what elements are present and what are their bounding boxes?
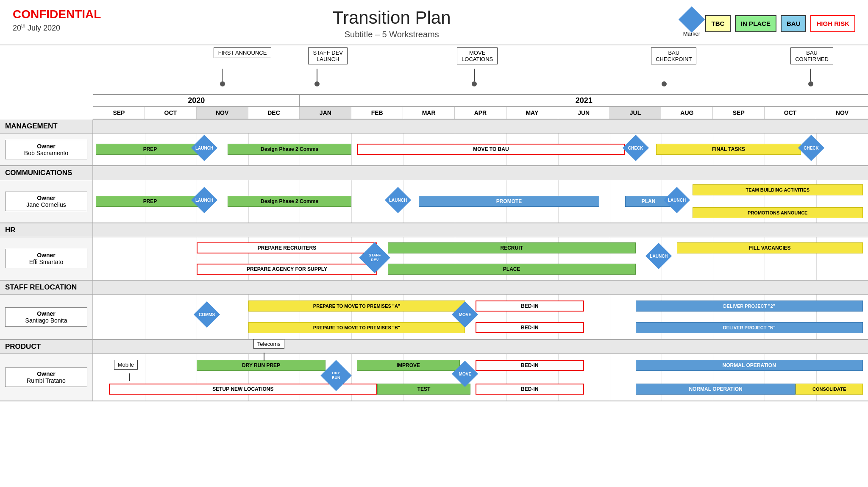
mgmt-check-diamond-1: CHECK: [626, 139, 645, 157]
month-jun2021: JUN: [558, 107, 610, 119]
management-section-header: MANAGEMENT: [0, 120, 868, 134]
comms-launch1-diamond: LAUNCH: [195, 191, 214, 209]
milestone-dot-2: [314, 81, 320, 86]
milestone-dot-4: [662, 81, 667, 86]
milestone-line-4: [664, 69, 665, 81]
staffrel-row: Owner Santiago Bonita P: [0, 295, 868, 340]
management-row: Owner Bob Sacramento: [0, 134, 868, 166]
staffrel-delivern-bar: DELIVER PROJECT "N": [636, 322, 863, 333]
comms-launch1-label: LAUNCH: [195, 198, 213, 203]
comms-owner-box: Owner Jane Cornelius: [5, 192, 87, 211]
comms-owner-col: Owner Jane Cornelius: [0, 180, 93, 223]
hr-fill-vacancies-bar: FILL VACANCIES: [677, 242, 863, 253]
staffrel-premisesa-bar: PREPARE TO MOVE TO PREMISES "A": [248, 301, 465, 312]
staffrel-comms-label: COMMS: [199, 312, 215, 317]
month-jul2021: JUL: [610, 107, 662, 119]
hr-owner-box: Owner Effi Smartato: [5, 249, 87, 268]
telecoms-line: [264, 353, 264, 361]
management-title: MANAGEMENT: [0, 120, 93, 133]
staffrel-bedin2-bar: BED-IN: [476, 322, 584, 333]
hr-title: HR: [0, 223, 93, 237]
comms-gantt: PREP Design Phase 2 Comms PROMOTE PLAN T…: [93, 180, 868, 223]
staffrel-gantt: PREPARE TO MOVE TO PREMISES "A" BED-IN D…: [93, 295, 868, 339]
staffrel-deliver2-bar: DELIVER PROJECT "2": [636, 301, 863, 312]
month-nov2021: NOV: [816, 107, 868, 119]
comms-prep-bar: PREP: [96, 196, 204, 207]
hr-prepare-agency-bar: PREPARE AGENCY FOR SUPPLY: [197, 264, 378, 275]
legend-highrisk: HIGH RISK: [810, 15, 855, 32]
month-aug2021: AUG: [661, 107, 713, 119]
hr-recruit-bar: RECRUIT: [388, 242, 636, 253]
confidential-label: CONFIDENTIAL: [13, 8, 101, 21]
header-center: Transition Plan Subtitle – 5 Workstreams: [333, 8, 451, 39]
staffrel-move-diamond: MOVE: [456, 305, 474, 324]
mgmt-move-to-bau-bar: MOVE TO BAU: [357, 144, 626, 155]
management-section-spacer: [93, 120, 868, 133]
product-move-label: MOVE: [459, 372, 471, 376]
staffrel-section-spacer: [93, 281, 868, 294]
staffrel-premisesb-bar: PREPARE TO MOVE TO PREMISES "B": [248, 322, 465, 333]
hr-owner-label: Owner: [10, 252, 83, 259]
hr-gantt: PREPARE RECRUITERS RECRUIT FILL VACANCIE…: [93, 237, 868, 280]
month-may2021: MAY: [506, 107, 558, 119]
milestone-bau-confirmed: BAUCONFIRMED: [790, 47, 833, 64]
hr-owner-col: Owner Effi Smartato: [0, 237, 93, 280]
staffrel-bedin1-bar: BED-IN: [476, 301, 584, 312]
month-jan2021: JAN: [300, 107, 351, 119]
product-owner-name: Rumbi Tratano: [10, 377, 83, 384]
hr-owner-name: Effi Smartato: [10, 259, 83, 265]
product-title: PRODUCT: [0, 340, 93, 353]
hr-row: Owner Effi Smartato PRE: [0, 237, 868, 281]
product-move-diamond: MOVE: [456, 365, 474, 383]
comms-promotions-bar: PROMOTIONS ANNOUNCE: [693, 207, 863, 218]
comms-section-spacer: [93, 166, 868, 180]
product-improve-bar: IMPROVE: [357, 360, 460, 371]
month-nov2020: NOV: [197, 107, 248, 119]
legend-marker-wrapper: Marker: [682, 10, 701, 37]
right-panel: FIRST ANNOUNCE STAFF DEVLAUNCH MOVELOCAT…: [93, 45, 868, 120]
management-gantt: PREP Design Phase 2 Comms MOVE TO BAU FI…: [93, 134, 868, 165]
milestone-line-3: [474, 69, 475, 81]
hr-prepare-recruiters-bar: PREPARE RECRUITERS: [197, 242, 378, 253]
comms-section-header: COMMUNICATIONS: [0, 166, 868, 180]
product-gantt: Mobile DRY RUN PREP IMPROVE: [93, 354, 868, 401]
page-title: Transition Plan: [333, 8, 451, 28]
management-owner-name: Bob Sacramento: [10, 150, 83, 156]
year-2021: 2021: [300, 95, 868, 106]
staffrel-move-label: MOVE: [459, 312, 471, 317]
hr-staffdev-diamond: STAFFDEV: [364, 247, 386, 269]
staffrel-owner-box: Owner Santiago Bonita: [5, 307, 87, 327]
product-test-bar: TEST: [377, 384, 470, 395]
comms-owner-label: Owner: [10, 195, 83, 201]
comms-owner-name: Jane Cornelius: [10, 201, 83, 208]
product-normalop2-bar: NORMAL OPERATION: [636, 384, 796, 395]
product-row: Owner Rumbi Tratano Mobile: [0, 354, 868, 401]
hr-launch-label: LAUNCH: [650, 254, 668, 259]
hr-staffdev-label: STAFFDEV: [369, 253, 381, 262]
milestone-dot-1: [220, 81, 225, 86]
telecoms-callout: Telecoms: [253, 339, 284, 349]
milestone-line-5: [810, 69, 811, 81]
staffrel-owner-name: Santiago Bonita: [10, 317, 83, 324]
mgmt-design-phase-bar: Design Phase 2 Comms: [228, 144, 351, 155]
milestones-row: FIRST ANNOUNCE STAFF DEVLAUNCH MOVELOCAT…: [93, 45, 868, 94]
product-normalop1-bar: NORMAL OPERATION: [636, 360, 863, 371]
product-owner-col: Owner Rumbi Tratano: [0, 354, 93, 401]
comms-title: COMMUNICATIONS: [0, 166, 93, 180]
comms-launch2-diamond: LAUNCH: [389, 191, 407, 209]
milestone-bau-checkpoint: BAUCHECKPOINT: [651, 47, 696, 64]
product-dryrunprep-bar: DRY RUN PREP: [197, 360, 326, 371]
comms-row: Owner Jane Cornelius: [0, 180, 868, 223]
staffrel-owner-col: Owner Santiago Bonita: [0, 295, 93, 339]
mgmt-check-label-2: CHECK: [804, 146, 819, 150]
mgmt-check-label-1: CHECK: [628, 146, 643, 150]
hr-section-header: HR: [0, 223, 868, 237]
milestone-first-announce: FIRST ANNOUNCE: [214, 47, 272, 58]
milestone-move-locations: MOVELOCATIONS: [457, 47, 498, 64]
legend-bau: BAU: [781, 15, 807, 32]
comms-launch2-label: LAUNCH: [389, 198, 407, 203]
comms-promote-bar: PROMOTE: [419, 196, 600, 207]
comms-team-building-bar: TEAM BUILDING ACTIVITIES: [693, 184, 863, 195]
year-row: 2020 2021: [93, 94, 868, 107]
milestone-line-2: [317, 69, 317, 81]
